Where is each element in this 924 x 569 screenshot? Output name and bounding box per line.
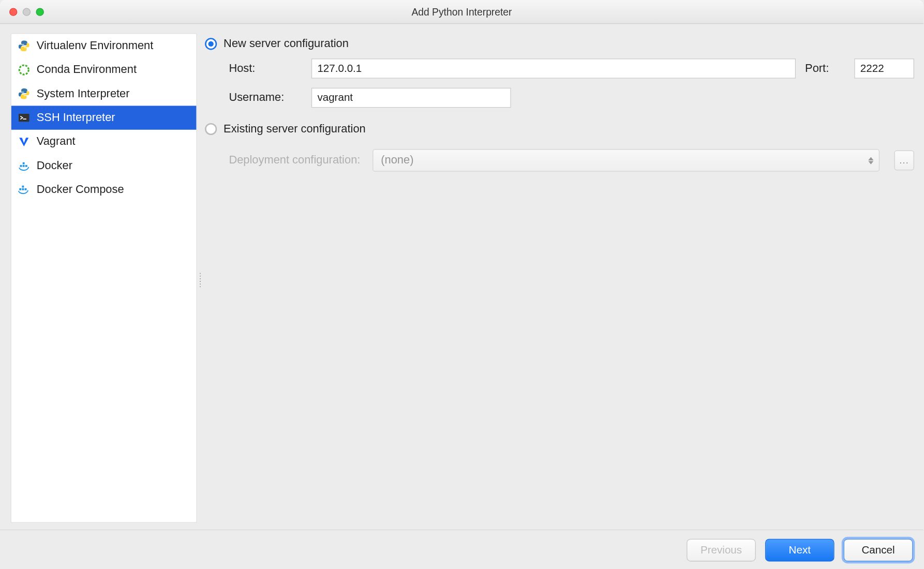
svg-point-0 xyxy=(19,65,28,74)
ellipsis-icon: ... xyxy=(899,155,909,166)
radio-existing-config[interactable] xyxy=(205,123,217,135)
sidebar-item-ssh[interactable]: SSH Interpreter xyxy=(11,106,197,129)
sidebar-item-label: Vagrant xyxy=(37,135,76,148)
previous-button-label: Previous xyxy=(701,544,742,556)
cancel-button-label: Cancel xyxy=(861,544,895,556)
deployment-label: Deployment configuration: xyxy=(229,154,360,167)
svg-rect-9 xyxy=(25,188,27,190)
radio-new-config-label: New server configuration xyxy=(223,37,349,51)
svg-rect-1 xyxy=(19,114,29,122)
svg-rect-2 xyxy=(20,165,22,167)
interpreter-type-sidebar: Virtualenv Environment Conda Environment… xyxy=(11,33,197,522)
sidebar-item-system[interactable]: System Interpreter xyxy=(11,82,197,106)
docker-icon xyxy=(18,160,30,172)
new-config-radio-row[interactable]: New server configuration xyxy=(205,37,914,51)
sidebar-item-label: System Interpreter xyxy=(37,87,130,100)
radio-existing-config-label: Existing server configuration xyxy=(223,123,366,136)
radio-new-config[interactable] xyxy=(205,38,217,50)
conda-icon xyxy=(18,64,30,76)
vagrant-icon xyxy=(18,136,30,147)
sidebar-item-conda[interactable]: Conda Environment xyxy=(11,58,197,82)
cancel-button[interactable]: Cancel xyxy=(844,538,913,561)
existing-config-radio-row[interactable]: Existing server configuration xyxy=(205,123,914,136)
svg-rect-3 xyxy=(23,165,25,167)
grip-icon xyxy=(199,272,202,288)
terminal-icon xyxy=(18,112,30,124)
titlebar: Add Python Interpreter xyxy=(0,0,923,24)
sidebar-item-docker-compose[interactable]: Docker Compose xyxy=(11,177,197,201)
deployment-browse-button[interactable]: ... xyxy=(894,151,914,171)
new-config-form: Host: Port: Username: xyxy=(229,58,914,108)
svg-rect-4 xyxy=(23,162,25,164)
dialog-body: Virtualenv Environment Conda Environment… xyxy=(0,24,923,529)
sidebar-item-label: Docker xyxy=(37,159,72,172)
svg-rect-6 xyxy=(19,188,21,190)
next-button[interactable]: Next xyxy=(765,538,834,561)
deployment-combo-value: (none) xyxy=(381,154,413,167)
svg-rect-5 xyxy=(25,165,27,167)
splitter[interactable] xyxy=(197,31,204,530)
svg-rect-7 xyxy=(22,188,24,190)
sidebar-item-label: Virtualenv Environment xyxy=(37,39,154,53)
host-label: Host: xyxy=(229,62,302,76)
deployment-combo[interactable]: (none) xyxy=(372,149,880,172)
window-title: Add Python Interpreter xyxy=(0,6,923,18)
host-input[interactable] xyxy=(311,58,796,79)
username-input[interactable] xyxy=(311,88,511,108)
sidebar-item-virtualenv[interactable]: Virtualenv Environment xyxy=(11,34,197,58)
main-panel: New server configuration Host: Port: Use… xyxy=(204,31,923,530)
sidebar-item-label: Docker Compose xyxy=(37,183,124,197)
username-label: Username: xyxy=(229,91,302,104)
port-input[interactable] xyxy=(854,58,914,79)
next-button-label: Next xyxy=(789,544,811,556)
port-label: Port: xyxy=(805,62,845,76)
sidebar-item-docker[interactable]: Docker xyxy=(11,154,197,177)
dialog-window: Add Python Interpreter Virtualenv Enviro… xyxy=(0,0,923,569)
deployment-row: Deployment configuration: (none) ... xyxy=(229,149,914,172)
python-icon xyxy=(18,88,30,100)
python-icon xyxy=(18,40,30,52)
dialog-footer: Previous Next Cancel xyxy=(0,530,923,569)
combo-caret-icon xyxy=(868,157,873,164)
sidebar-item-label: SSH Interpreter xyxy=(37,111,115,125)
sidebar-item-vagrant[interactable]: Vagrant xyxy=(11,130,197,154)
sidebar-item-label: Conda Environment xyxy=(37,63,137,77)
svg-rect-8 xyxy=(22,186,24,188)
docker-compose-icon xyxy=(18,184,30,196)
previous-button[interactable]: Previous xyxy=(687,538,756,561)
